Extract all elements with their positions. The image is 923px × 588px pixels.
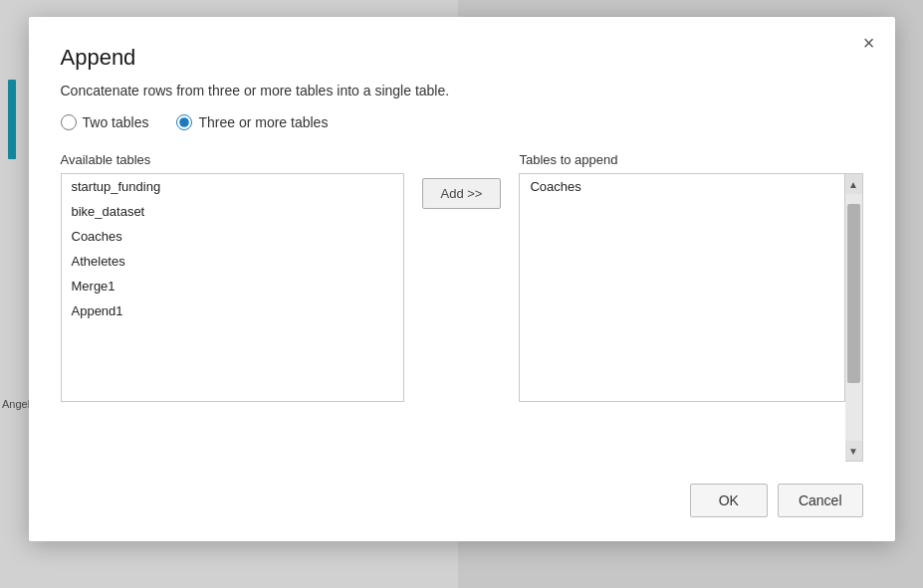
radio-two-input[interactable] [61, 114, 77, 130]
list-item[interactable]: Coaches [62, 224, 403, 249]
radio-three-input[interactable] [176, 114, 192, 130]
columns-area: Available tables startup_funding bike_da… [61, 152, 863, 462]
close-button[interactable]: × [857, 29, 881, 57]
scrollbar[interactable]: ▲ ▼ [845, 173, 863, 462]
scroll-up-arrow[interactable]: ▲ [845, 174, 862, 194]
dialog-footer: OK Cancel [61, 484, 863, 517]
available-tables-label: Available tables [61, 152, 404, 167]
ok-button[interactable]: OK [690, 484, 768, 517]
scroll-down-arrow[interactable]: ▼ [845, 441, 862, 461]
list-item[interactable]: Append1 [62, 298, 403, 323]
append-list[interactable]: Coaches [519, 173, 844, 402]
dialog-title: Append [61, 45, 863, 71]
available-tables-list[interactable]: startup_funding bike_dataset Coaches Ath… [61, 173, 404, 402]
append-dialog: × Append Concatenate rows from three or … [29, 17, 895, 541]
tables-to-append-label: Tables to append [519, 152, 862, 167]
radio-two-label: Two tables [83, 114, 149, 130]
list-item[interactable]: Coaches [520, 174, 843, 199]
radio-three-label: Three or more tables [198, 114, 328, 130]
list-item[interactable]: Atheletes [62, 249, 403, 274]
cancel-button[interactable]: Cancel [778, 484, 863, 517]
radio-two-tables[interactable]: Two tables [61, 114, 149, 130]
right-panel: Coaches ▲ ▼ [519, 173, 862, 462]
list-item[interactable]: Merge1 [62, 274, 403, 298]
dialog-description: Concatenate rows from three or more tabl… [61, 83, 863, 98]
scroll-thumb[interactable] [847, 204, 860, 383]
radio-three-tables[interactable]: Three or more tables [176, 114, 328, 130]
tables-to-append-col: Tables to append Coaches ▲ ▼ [519, 152, 862, 462]
list-item[interactable]: startup_funding [62, 174, 403, 199]
radio-group: Two tables Three or more tables [61, 114, 863, 130]
list-item[interactable]: bike_dataset [62, 199, 403, 224]
add-button-col: Add >> [404, 152, 520, 209]
scroll-track [845, 194, 862, 441]
available-tables-col: Available tables startup_funding bike_da… [61, 152, 404, 402]
add-button[interactable]: Add >> [422, 178, 502, 209]
